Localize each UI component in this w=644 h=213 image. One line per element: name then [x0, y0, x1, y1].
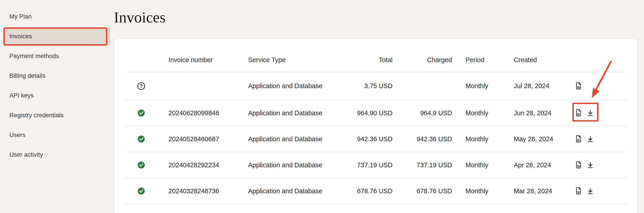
total-cell: 964.90 USD — [338, 109, 392, 117]
actions-cell — [573, 135, 627, 143]
period-cell: Monthly — [452, 82, 506, 90]
invoice-row: 20240628099846Application and Database96… — [125, 100, 627, 126]
download-icon[interactable] — [587, 161, 594, 169]
invoice-number-cell: 20240628099846 — [168, 109, 248, 117]
sidebar-item-my-plan[interactable]: My Plan — [3, 8, 110, 25]
created-cell: Jul 28, 2024 — [506, 82, 573, 90]
status-cell — [125, 109, 168, 117]
check-circle-icon — [138, 187, 145, 195]
page-title: Invoices — [114, 8, 166, 26]
table-header-row: Invoice number Service Type Total Charge… — [125, 38, 627, 72]
actions-cell — [573, 109, 627, 117]
service-type-cell: Application and Database — [248, 161, 338, 169]
created-cell: Mar 28, 2024 — [506, 188, 573, 195]
service-type-cell: Application and Database — [248, 109, 338, 117]
sidebar-item-label: Registry credentials — [10, 112, 64, 119]
charged-cell: 942.36 USD — [392, 135, 452, 143]
header-period: Period — [452, 56, 506, 64]
service-type-cell: Application and Database — [248, 188, 338, 195]
total-cell: 737.19 USD — [338, 161, 392, 169]
actions-cell — [573, 161, 627, 169]
download-icon[interactable] — [587, 109, 594, 117]
sidebar-item-api-keys[interactable]: API keys — [3, 87, 110, 104]
total-cell: 678.76 USD — [338, 188, 392, 195]
period-cell: Monthly — [452, 188, 506, 195]
charged-cell: 678.76 USD — [392, 188, 452, 195]
invoice-number-cell: 20240328248736 — [168, 188, 248, 195]
total-cell: 942.36 USD — [338, 135, 392, 143]
check-circle-icon — [138, 161, 145, 169]
created-cell: May 28, 2024 — [506, 135, 573, 143]
header-invoice-number: Invoice number — [168, 56, 248, 64]
sidebar-item-registry-credentials[interactable]: Registry credentials — [3, 106, 110, 124]
total-cell: 3.75 USD — [338, 82, 392, 90]
created-cell: Jun 28, 2024 — [506, 109, 573, 117]
invoice-row: 20240328248736Application and Database67… — [125, 178, 627, 204]
period-cell: Monthly — [452, 109, 506, 117]
actions-cell — [573, 187, 627, 195]
billing-invoices-page: My PlanInvoicesPayment methodsBilling de… — [0, 0, 644, 213]
download-icon[interactable] — [587, 188, 594, 195]
sidebar-item-invoices[interactable]: Invoices — [3, 27, 110, 45]
sidebar-item-label: User activity — [10, 151, 43, 158]
document-icon[interactable] — [575, 161, 582, 169]
sidebar-item-payment-methods[interactable]: Payment methods — [3, 47, 110, 65]
settings-sidebar: My PlanInvoicesPayment methodsBilling de… — [0, 0, 113, 213]
service-type-cell: Application and Database — [248, 135, 338, 143]
document-icon[interactable] — [575, 187, 582, 195]
check-circle-icon — [138, 109, 145, 117]
status-cell — [125, 187, 168, 195]
document-icon[interactable] — [575, 109, 582, 117]
sidebar-item-label: Invoices — [10, 33, 32, 40]
period-cell: Monthly — [452, 161, 506, 169]
sidebar-item-billing-details[interactable]: Billing details — [3, 67, 110, 85]
sidebar-nav: My PlanInvoicesPayment methodsBilling de… — [0, 0, 113, 164]
invoice-number-cell: 20240528460687 — [168, 135, 248, 143]
invoice-row: 20240528460687Application and Database94… — [125, 126, 627, 152]
created-cell: Apr 28, 2024 — [506, 161, 573, 169]
sidebar-item-label: Users — [10, 132, 26, 139]
charged-cell: 964.9 USD — [392, 109, 452, 117]
invoice-row: 20240228018498Application and Database93… — [125, 204, 627, 213]
check-circle-icon — [138, 135, 145, 143]
question-circle-icon[interactable]: ? — [138, 82, 145, 90]
document-icon[interactable] — [575, 135, 582, 143]
sidebar-item-label: Billing details — [10, 72, 46, 79]
period-cell: Monthly — [452, 135, 506, 143]
sidebar-item-user-activity[interactable]: User activity — [3, 146, 110, 164]
charged-cell: 737.19 USD — [392, 161, 452, 169]
invoice-number-cell: 20240428292234 — [168, 161, 248, 169]
status-cell — [125, 135, 168, 143]
header-total: Total — [338, 56, 392, 64]
invoice-row: ?Application and Database3.75 USDMonthly… — [125, 72, 627, 100]
sidebar-item-users[interactable]: Users — [3, 126, 110, 144]
header-charged: Charged — [392, 56, 452, 64]
header-service-type: Service Type — [248, 56, 338, 64]
status-cell: ? — [125, 82, 168, 90]
invoice-row: 20240428292234Application and Database73… — [125, 152, 627, 178]
document-icon[interactable] — [575, 82, 582, 90]
header-created: Created — [506, 56, 573, 64]
sidebar-item-label: My Plan — [10, 13, 32, 20]
service-type-cell: Application and Database — [248, 82, 338, 90]
status-cell — [125, 161, 168, 169]
invoices-card: Invoice number Service Type Total Charge… — [114, 38, 638, 213]
sidebar-item-label: API keys — [10, 92, 34, 99]
actions-cell — [573, 82, 627, 90]
table-body: ?Application and Database3.75 USDMonthly… — [114, 72, 638, 213]
sidebar-item-label: Payment methods — [10, 53, 59, 60]
download-icon[interactable] — [587, 135, 594, 143]
